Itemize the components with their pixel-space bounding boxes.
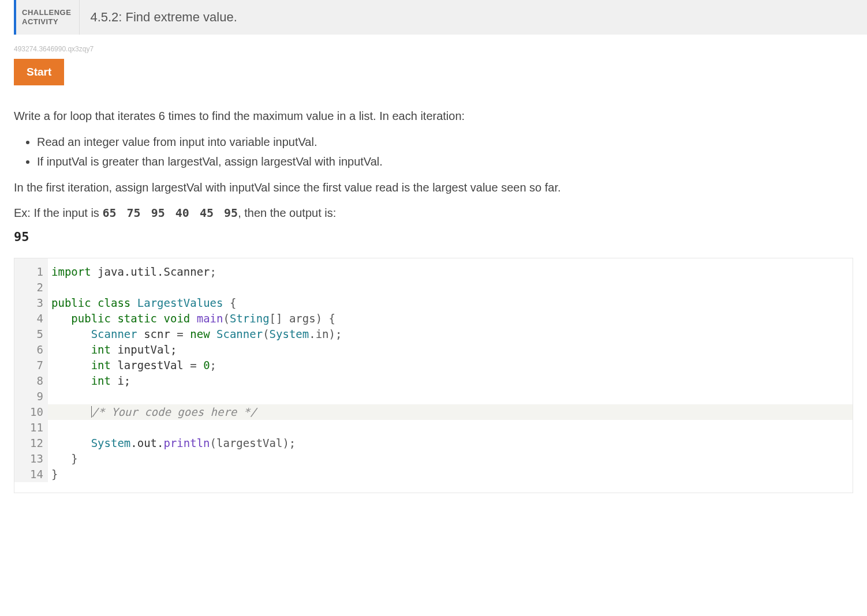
line-number: 11 (14, 420, 48, 435)
code-line[interactable]: 12 System.out.println(largestVal); (14, 435, 853, 451)
code-text[interactable]: System.out.println(largestVal); (48, 435, 853, 451)
instructions: Write a for loop that iterates 6 times t… (14, 107, 853, 244)
code-text[interactable]: int i; (48, 373, 853, 389)
line-number: 4 (14, 311, 48, 326)
code-line[interactable]: 6 int inputVal; (14, 342, 853, 358)
code-text[interactable]: } (48, 451, 853, 467)
code-line[interactable]: 4 public static void main(String[] args)… (14, 311, 853, 326)
code-line[interactable]: 7 int largestVal = 0; (14, 358, 853, 373)
code-line[interactable]: 9 (14, 389, 853, 404)
code-line[interactable]: 13 } (14, 451, 853, 467)
instructions-example: Ex: If the input is 65 75 95 40 45 95, t… (14, 204, 853, 221)
example-input: 65 75 95 40 45 95 (102, 206, 238, 220)
code-line[interactable]: 14} (14, 467, 853, 482)
instructions-list: Read an integer value from input into va… (37, 133, 853, 171)
line-number: 14 (14, 467, 48, 482)
line-number: 12 (14, 435, 48, 451)
code-text[interactable]: int largestVal = 0; (48, 358, 853, 373)
code-line[interactable]: 2 (14, 280, 853, 295)
code-text[interactable]: /* Your code goes here */ (48, 404, 853, 420)
code-text[interactable] (48, 420, 853, 435)
challenge-header: CHALLENGE ACTIVITY 4.5.2: Find extreme v… (14, 0, 867, 35)
code-text[interactable]: int inputVal; (48, 342, 853, 358)
line-number: 1 (14, 258, 48, 280)
example-output: 95 (14, 230, 853, 244)
instructions-bullet: If inputVal is greater than largestVal, … (37, 152, 853, 171)
line-number: 3 (14, 295, 48, 311)
code-text[interactable]: public class LargestValues { (48, 295, 853, 311)
code-text[interactable]: Scanner scnr = new Scanner(System.in); (48, 326, 853, 342)
code-text[interactable]: import java.util.Scanner; (48, 258, 853, 280)
line-number: 7 (14, 358, 48, 373)
line-number: 13 (14, 451, 48, 467)
line-number: 6 (14, 342, 48, 358)
instructions-after: In the first iteration, assign largestVa… (14, 179, 853, 196)
line-number: 10 (14, 404, 48, 420)
instructions-intro: Write a for loop that iterates 6 times t… (14, 107, 853, 125)
code-text[interactable]: } (48, 467, 853, 482)
activity-id: 493274.3646990.qx3zqy7 (14, 45, 853, 53)
code-text[interactable]: public static void main(String[] args) { (48, 311, 853, 326)
header-label: CHALLENGE ACTIVITY (16, 0, 80, 35)
line-number: 8 (14, 373, 48, 389)
code-line[interactable]: 11 (14, 420, 853, 435)
code-line[interactable]: 8 int i; (14, 373, 853, 389)
line-number: 5 (14, 326, 48, 342)
start-button[interactable]: Start (14, 59, 64, 85)
line-number: 2 (14, 280, 48, 295)
header-title: 4.5.2: Find extreme value. (80, 0, 247, 35)
code-text[interactable] (48, 389, 853, 404)
code-editor[interactable]: 1import java.util.Scanner;23public class… (14, 258, 853, 493)
code-line[interactable]: 10 /* Your code goes here */ (14, 404, 853, 420)
line-number: 9 (14, 389, 48, 404)
code-line[interactable]: 3public class LargestValues { (14, 295, 853, 311)
instructions-bullet: Read an integer value from input into va… (37, 133, 853, 151)
code-text[interactable] (48, 280, 853, 295)
code-line[interactable]: 5 Scanner scnr = new Scanner(System.in); (14, 326, 853, 342)
code-line[interactable]: 1import java.util.Scanner; (14, 258, 853, 280)
